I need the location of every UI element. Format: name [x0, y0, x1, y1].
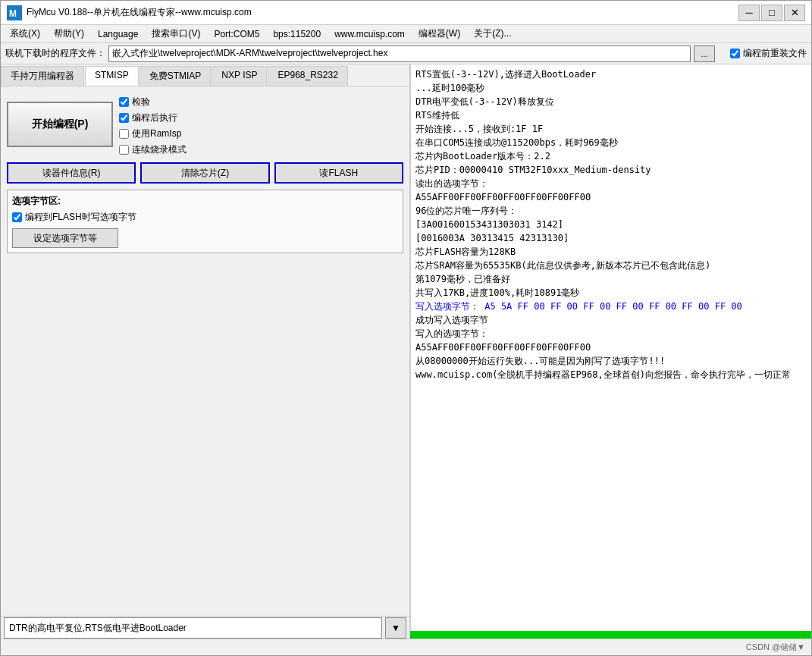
tab-ep968[interactable]: EP968_RS232 [268, 66, 347, 86]
output-line: 共写入17KB,进度100%,耗时10891毫秒 [415, 286, 807, 300]
menu-search-port[interactable]: 搜索串口(V) [146, 26, 206, 42]
option-bytes-checkbox-row: 编程到FLASH时写选项字节 [12, 211, 398, 224]
action-buttons: 读器件信息(R) 清除芯片(Z) 读FLASH [7, 162, 403, 184]
status-bar: CSDN @储储▼ [1, 639, 811, 655]
verify-checkbox[interactable] [119, 97, 129, 107]
menu-website[interactable]: www.mcuisp.com [328, 27, 411, 41]
checkbox-row-exec: 编程后执行 [119, 111, 187, 124]
exec-label: 编程后执行 [132, 111, 177, 124]
output-line: 第1079毫秒，已准备好 [415, 272, 807, 286]
option-bytes-checkbox-label: 编程到FLASH时写选项字节 [25, 211, 136, 224]
bootloader-mode-select[interactable]: DTR的高电平复位,RTS低电平进BootLoader按复位键进入BootLoa… [4, 617, 382, 639]
window-title: FlyMcu V0.188--单片机在线编程专家--www.mcuisp.com [27, 6, 738, 19]
output-line: [0016003A 30313415 42313130] [415, 231, 807, 245]
continuous-label: 连续烧录模式 [132, 143, 187, 156]
checkbox-row-continuous: 连续烧录模式 [119, 143, 187, 156]
output-line: RTS维持低 [415, 108, 807, 122]
file-row-label: 联机下载时的程序文件： [5, 47, 105, 60]
read-flash-button[interactable]: 读FLASH [274, 162, 403, 184]
tab-handheld[interactable]: 手持万用编程器 [1, 66, 84, 86]
checkbox-row-ramisp: 使用RamIsp [119, 127, 187, 140]
output-line: 芯片PID：00000410 STM32F10xxx_Medium-densit… [415, 163, 807, 177]
output-line: 写入选项字节： A5 5A FF 00 FF 00 FF 00 FF 00 FF… [415, 300, 807, 313]
window-controls: ─ □ ✕ [738, 5, 805, 21]
set-option-bytes-button[interactable]: 设定选项字节等 [12, 228, 118, 248]
output-log: RTS置低(-3--12V),选择进入BootLoader...延时100毫秒D… [410, 64, 811, 631]
output-line: [3A001600153431303031 3142] [415, 218, 807, 231]
output-line: 芯片FLASH容量为128KB [415, 245, 807, 259]
start-btn-area: 开始编程(P) [7, 93, 113, 156]
right-panel: RTS置低(-3--12V),选择进入BootLoader...延时100毫秒D… [410, 64, 811, 639]
left-panel: 手持万用编程器 STMISP 免费STMIAP NXP ISP EP968_RS… [1, 64, 410, 639]
left-inner: 开始编程(P) 检验 编程后执行 使用RamIsp [1, 86, 409, 616]
menu-about[interactable]: 关于(Z)... [468, 26, 517, 42]
app-icon: M [7, 5, 22, 20]
output-line: DTR电平变低(-3--12V)释放复位 [415, 95, 807, 108]
svg-text:M: M [9, 8, 17, 19]
browse-button[interactable]: ... [694, 46, 715, 62]
output-line: 成功写入选项字节 [415, 313, 807, 327]
minimize-button[interactable]: ─ [738, 5, 760, 21]
exec-checkbox[interactable] [119, 113, 129, 123]
clear-chip-button[interactable]: 清除芯片(Z) [140, 162, 269, 184]
menu-language[interactable]: Language [92, 27, 144, 41]
output-line: 芯片内BootLoader版本号：2.2 [415, 149, 807, 163]
menu-bar: 系统(X) 帮助(Y) Language 搜索串口(V) Port:COM5 b… [1, 25, 811, 43]
output-line: ...延时100毫秒 [415, 81, 807, 95]
dropdown-arrow-icon[interactable]: ▼ [385, 617, 406, 639]
output-line: RTS置低(-3--12V),选择进入BootLoader [415, 67, 807, 81]
checkbox-row-verify: 检验 [119, 96, 187, 108]
menu-port[interactable]: Port:COM5 [208, 27, 265, 41]
verify-label: 检验 [132, 96, 150, 108]
menu-bps[interactable]: bps:115200 [267, 27, 327, 41]
reload-checkbox[interactable] [730, 49, 740, 58]
tab-stmisp[interactable]: STMISP [85, 66, 139, 86]
file-path-input[interactable] [108, 46, 691, 62]
start-program-button[interactable]: 开始编程(P) [7, 102, 113, 147]
option-bytes-section: 选项字节区: 编程到FLASH时写选项字节 设定选项字节等 [7, 190, 403, 253]
menu-system[interactable]: 系统(X) [4, 26, 46, 42]
file-row: 联机下载时的程序文件： ... 编程前重装文件 [1, 43, 811, 64]
output-line: A55AFF00FF00FF00FF00FF00FF00FF00 [415, 190, 807, 204]
bottom-dropdown-area: DTR的高电平复位,RTS低电平进BootLoader按复位键进入BootLoa… [1, 616, 409, 639]
reload-area: 编程前重装文件 [730, 47, 807, 60]
output-line: 从08000000开始运行失败...可能是因为刚写了选项字节!!! [415, 354, 807, 368]
title-bar: M FlyMcu V0.188--单片机在线编程专家--www.mcuisp.c… [1, 1, 811, 25]
options-area: 开始编程(P) 检验 编程后执行 使用RamIsp [7, 93, 403, 156]
tab-nxpisp[interactable]: NXP ISP [212, 66, 267, 86]
output-line: 芯片SRAM容量为65535KB(此信息仅供参考,新版本芯片已不包含此信息) [415, 259, 807, 272]
reload-label: 编程前重装文件 [743, 47, 807, 60]
continuous-checkbox[interactable] [119, 145, 129, 155]
output-line: www.mcuisp.com(全脱机手持编程器EP968,全球首创)向您报告，命… [415, 368, 807, 381]
maximize-button[interactable]: □ [761, 5, 782, 21]
output-line: 开始连接...5，接收到:1F 1F [415, 122, 807, 136]
close-button[interactable]: ✕ [784, 5, 805, 21]
checkboxes-area: 检验 编程后执行 使用RamIsp 连续烧录模式 [119, 93, 187, 156]
option-bytes-label: 选项字节区: [12, 195, 398, 208]
read-device-info-button[interactable]: 读器件信息(R) [7, 162, 136, 184]
option-bytes-checkbox[interactable] [12, 212, 22, 222]
ramisp-label: 使用RamIsp [132, 127, 181, 140]
ramisp-checkbox[interactable] [119, 129, 129, 139]
menu-help[interactable]: 帮助(Y) [48, 26, 90, 42]
progress-bar [410, 631, 811, 639]
tab-stmiap[interactable]: 免费STMIAP [140, 66, 212, 86]
menu-programmer[interactable]: 编程器(W) [412, 26, 466, 42]
output-line: 写入的选项字节： [415, 327, 807, 341]
main-window: M FlyMcu V0.188--单片机在线编程专家--www.mcuisp.c… [0, 0, 812, 656]
main-content: 手持万用编程器 STMISP 免费STMIAP NXP ISP EP968_RS… [1, 64, 811, 639]
output-line: 在串口COM5连接成功@115200bps，耗时969毫秒 [415, 136, 807, 149]
output-line: 读出的选项字节： [415, 177, 807, 190]
tab-bar: 手持万用编程器 STMISP 免费STMIAP NXP ISP EP968_RS… [1, 64, 409, 86]
output-line: A55AFF00FF00FF00FF00FF00FF00FF00 [415, 341, 807, 354]
output-line: 96位的芯片唯一序列号： [415, 204, 807, 218]
status-right-text: CSDN @储储▼ [746, 642, 805, 653]
